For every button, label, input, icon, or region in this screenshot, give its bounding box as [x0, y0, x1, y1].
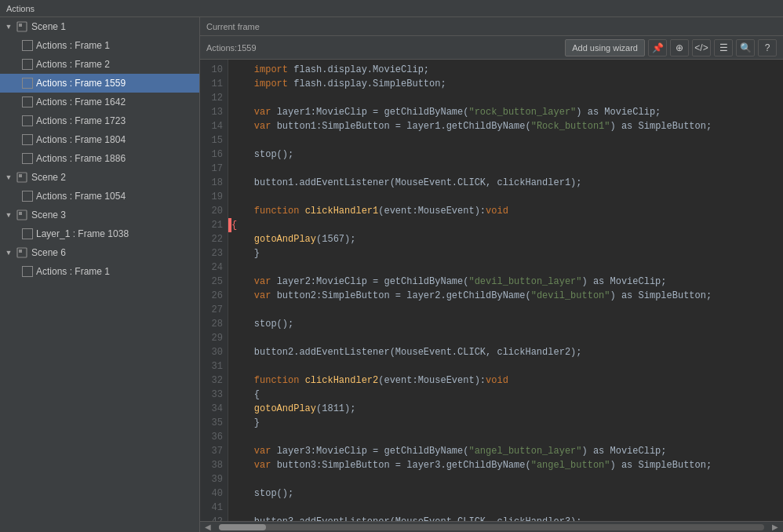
chevron-down-icon: ▼ [3, 21, 14, 32]
s3-layer-frame-1038-label: Layer_1 : Frame 1038 [36, 228, 129, 239]
code-line-42: button3.addEventListener(MouseEvent.CLIC… [228, 515, 783, 521]
frame-icon [22, 59, 33, 70]
s1-frame-1886-label: Actions : Frame 1886 [36, 153, 126, 164]
s1-frame-2-label: Actions : Frame 2 [36, 59, 110, 70]
line-numbers: 1011121314 1516171819 2021222324 2526272… [200, 60, 228, 521]
frame-icon [22, 97, 33, 107]
code-line-23: } [228, 246, 783, 261]
svg-rect-7 [19, 250, 22, 253]
code-line-40: stop(); [228, 486, 783, 501]
code-line-25: var layer2:MovieClip = getChildByName("d… [228, 275, 783, 289]
title-label: Actions [6, 4, 35, 13]
svg-rect-1 [19, 24, 22, 27]
code-line-26: var button2:SimpleButton = layer2.getChi… [228, 289, 783, 303]
s1-frame-1-label: Actions : Frame 1 [36, 40, 110, 51]
frame-icon [22, 228, 33, 239]
s1-frame-1723[interactable]: Actions : Frame 1723 [0, 111, 199, 130]
code-line-21: { [228, 218, 783, 232]
scroll-left-button[interactable]: ◀ [200, 523, 216, 531]
scene-2[interactable]: ▼ Scene 2 [0, 168, 199, 187]
s1-frame-1804[interactable]: Actions : Frame 1804 [0, 130, 199, 149]
code-line-19 [228, 190, 783, 204]
chevron-down-icon: ▼ [3, 247, 14, 258]
left-panel: ▼ Scene 1 Actions : Frame 1 Actions : Fr… [0, 17, 200, 532]
code-line-20: function clickHandler1(event:MouseEvent)… [228, 204, 783, 218]
s6-frame-1-label: Actions : Frame 1 [36, 266, 110, 277]
code-line-29 [228, 331, 783, 345]
s1-frame-1559[interactable]: Actions : Frame 1559 [0, 74, 199, 93]
s6-frame-1[interactable]: Actions : Frame 1 [0, 262, 199, 281]
scene-2-label: Scene 2 [31, 172, 66, 183]
code-line-11: import flash.display.SimpleButton; [228, 77, 783, 91]
code-line-12 [228, 91, 783, 105]
list-button[interactable]: ☰ [714, 39, 733, 56]
frame-icon [22, 134, 33, 145]
scene-6[interactable]: ▼ Scene 6 [0, 243, 199, 262]
add-wizard-label: Add using wizard [572, 43, 638, 53]
code-icon: </> [694, 42, 708, 53]
h-scroll-thumb[interactable] [219, 524, 266, 530]
code-button[interactable]: </> [692, 39, 711, 56]
code-line-36 [228, 430, 783, 444]
s1-frame-1886[interactable]: Actions : Frame 1886 [0, 149, 199, 168]
search-icon: 🔍 [740, 42, 752, 53]
pin-icon: 📌 [652, 42, 664, 53]
scene-6-label: Scene 6 [31, 247, 66, 258]
code-line-14: var button1:SimpleButton = layer1.getChi… [228, 119, 783, 133]
scene-icon [16, 20, 28, 33]
frame-icon [22, 153, 33, 164]
code-line-16: stop(); [228, 148, 783, 162]
code-line-18: button1.addEventListener(MouseEvent.CLIC… [228, 176, 783, 190]
s1-frame-2[interactable]: Actions : Frame 2 [0, 55, 199, 74]
title-bar: Actions [0, 0, 783, 17]
main-layout: ▼ Scene 1 Actions : Frame 1 Actions : Fr… [0, 17, 783, 532]
right-panel: Current frame Actions:1559 Add using wiz… [200, 17, 783, 532]
scene-3[interactable]: ▼ Scene 3 [0, 206, 199, 224]
search-button[interactable]: 🔍 [736, 39, 755, 56]
code-line-37: var layer3:MovieClip = getChildByName("a… [228, 444, 783, 458]
code-line-17 [228, 162, 783, 176]
code-line-32: function clickHandler2(event:MouseEvent)… [228, 373, 783, 388]
code-line-28: stop(); [228, 317, 783, 331]
code-line-39 [228, 472, 783, 486]
s2-frame-1054-label: Actions : Frame 1054 [36, 191, 126, 202]
target-icon: ⊕ [676, 42, 683, 53]
pin-button[interactable]: 📌 [648, 39, 667, 56]
s1-frame-1723-label: Actions : Frame 1723 [36, 115, 126, 126]
chevron-down-icon: ▼ [3, 210, 14, 220]
horizontal-scrollbar[interactable]: ◀ ▶ [200, 521, 783, 532]
current-frame-header: Current frame [200, 17, 783, 36]
chevron-down-icon: ▼ [3, 172, 14, 183]
frame-icon [22, 191, 33, 202]
frame-icon [22, 78, 33, 89]
code-line-38: var button3:SimpleButton = layer3.getChi… [228, 458, 783, 472]
s1-frame-1804-label: Actions : Frame 1804 [36, 134, 126, 145]
code-line-13: var layer1:MovieClip = getChildByName("r… [228, 105, 783, 119]
list-icon: ☰ [719, 42, 728, 53]
scene-1-label: Scene 1 [31, 21, 66, 32]
scene-3-label: Scene 3 [31, 210, 66, 220]
help-button[interactable]: ? [758, 39, 777, 56]
s2-frame-1054[interactable]: Actions : Frame 1054 [0, 187, 199, 206]
svg-rect-3 [19, 174, 22, 177]
help-icon: ? [765, 42, 770, 53]
target-button[interactable]: ⊕ [670, 39, 689, 56]
current-frame-label: Current frame [206, 22, 260, 31]
s1-frame-1[interactable]: Actions : Frame 1 [0, 36, 199, 55]
code-lines: import flash.display.MovieClip; import f… [228, 60, 783, 521]
frame-icon [22, 40, 33, 51]
code-editor[interactable]: 1011121314 1516171819 2021222324 2526272… [200, 60, 783, 521]
add-wizard-button[interactable]: Add using wizard [565, 39, 645, 56]
toolbar: Actions:1559 Add using wizard 📌 ⊕ </> ☰ … [200, 36, 783, 60]
scene-icon [16, 209, 28, 221]
code-line-15 [228, 133, 783, 148]
s3-layer-frame-1038[interactable]: Layer_1 : Frame 1038 [0, 224, 199, 243]
code-line-35: } [228, 416, 783, 430]
s1-frame-1559-label: Actions : Frame 1559 [36, 78, 126, 89]
scroll-right-button[interactable]: ▶ [767, 523, 783, 531]
s1-frame-1642[interactable]: Actions : Frame 1642 [0, 93, 199, 111]
h-scroll-track[interactable] [219, 524, 764, 530]
code-line-31 [228, 359, 783, 373]
s1-frame-1642-label: Actions : Frame 1642 [36, 97, 126, 107]
scene-1[interactable]: ▼ Scene 1 [0, 17, 199, 36]
